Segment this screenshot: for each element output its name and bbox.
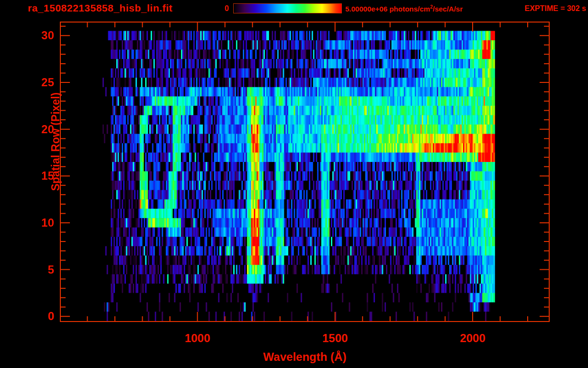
colorbar-max-value: 5.00000e+06 photons/cm bbox=[345, 5, 430, 13]
exptime-label: EXPTIME = 302 s bbox=[442, 4, 586, 13]
y-tick-label: 15 bbox=[20, 170, 54, 182]
x-tick-label: 2000 bbox=[444, 332, 501, 345]
y-tick-label: 5 bbox=[20, 264, 54, 276]
x-tick-label: 1500 bbox=[306, 332, 364, 345]
filename-title: ra_150822135858_hisb_lin.fit bbox=[28, 2, 172, 14]
spectral-image-viewer: ra_150822135858_hisb_lin.fit 0 5.00000e+… bbox=[0, 0, 588, 368]
x-axis-title: Wavelength (Å) bbox=[0, 350, 588, 364]
colorbar-min-label: 0 bbox=[195, 4, 229, 13]
y-tick-label: 25 bbox=[20, 77, 54, 88]
heatmap-canvas bbox=[60, 22, 550, 322]
y-tick-label: 30 bbox=[20, 30, 54, 41]
x-tick-label: 1000 bbox=[169, 332, 226, 345]
colorbar bbox=[233, 3, 342, 13]
y-tick-label: 0 bbox=[20, 310, 54, 322]
y-tick-label: 20 bbox=[20, 124, 54, 135]
y-tick-label: 10 bbox=[20, 217, 54, 229]
